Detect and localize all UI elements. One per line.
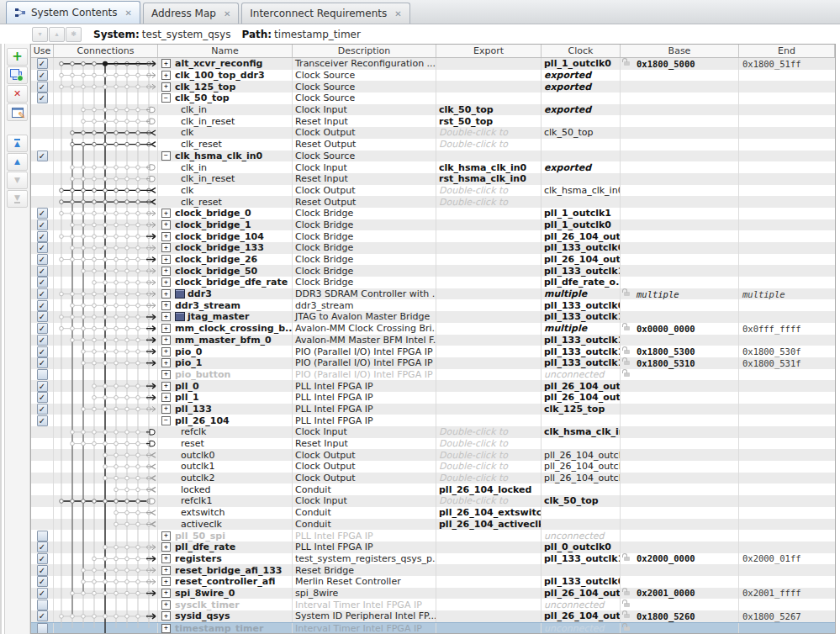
clock-cell[interactable] xyxy=(542,92,621,104)
use-checkbox[interactable]: ✓ xyxy=(37,82,48,92)
base-cell[interactable]: 0x0000_0000 xyxy=(621,323,739,335)
use-checkbox[interactable]: ✓ xyxy=(37,542,48,552)
clock-cell[interactable]: unconnected xyxy=(542,623,621,634)
expand-icon[interactable]: + xyxy=(161,370,171,379)
base-cell[interactable]: 0x1800_5000 xyxy=(621,58,739,70)
expand-icon[interactable]: + xyxy=(161,589,171,598)
use-checkbox[interactable]: ✓ xyxy=(37,288,48,299)
export-cell[interactable] xyxy=(436,357,542,369)
clock-cell[interactable]: pll_133_outclk1 xyxy=(542,311,621,323)
export-cell[interactable] xyxy=(436,323,542,335)
tab-close-icon[interactable]: ✕ xyxy=(224,9,230,18)
column-header-end[interactable]: End xyxy=(739,45,835,57)
base-cell[interactable] xyxy=(621,564,739,576)
use-checkbox[interactable]: ✓ xyxy=(37,254,48,265)
base-cell[interactable] xyxy=(621,219,739,231)
table-row[interactable]: ✓+reset_controller_afiMerlin Reset Contr… xyxy=(31,576,835,588)
expand-icon[interactable]: + xyxy=(161,624,171,633)
expand-icon[interactable]: + xyxy=(161,577,171,586)
base-cell[interactable]: 0x1800_5300 xyxy=(621,346,739,357)
tab-close-icon[interactable]: ✕ xyxy=(394,9,401,18)
use-checkbox[interactable]: ✓ xyxy=(37,242,48,253)
expand-icon[interactable]: + xyxy=(161,358,171,367)
expand-icon[interactable]: + xyxy=(161,393,171,402)
export-cell[interactable]: rst_50_top xyxy=(436,115,542,127)
table-row[interactable]: clkClock OutputDouble-click toclk_hsma_c… xyxy=(31,185,835,197)
table-row[interactable]: clk_resetReset OutputDouble-click to xyxy=(31,196,835,208)
tab-close-icon[interactable]: ✕ xyxy=(125,8,132,18)
column-header-name[interactable]: Name xyxy=(158,45,293,57)
use-checkbox[interactable]: ✓ xyxy=(37,231,48,242)
export-cell[interactable]: pll_26_104_activeclk xyxy=(436,519,542,531)
move-up-button[interactable]: ▲ xyxy=(7,153,28,171)
use-checkbox[interactable]: ✓ xyxy=(37,565,48,576)
table-row[interactable]: +sysclk_timerInterval Timer Intel FPGA I… xyxy=(31,599,835,610)
use-checkbox[interactable]: ✓ xyxy=(37,415,48,426)
table-row[interactable]: +pio_buttonPIO (Parallel I/O) Intel FPGA… xyxy=(31,369,835,381)
table-row[interactable]: ✓+clock_bridge_50Clock Bridgepll_133_out… xyxy=(31,265,835,277)
export-cell[interactable]: Double-click to xyxy=(436,438,542,450)
export-cell[interactable] xyxy=(436,392,542,404)
lock-icon[interactable] xyxy=(624,626,630,631)
remove-button[interactable]: ✕ xyxy=(7,85,28,103)
export-cell[interactable] xyxy=(436,277,542,288)
table-row[interactable]: ✓+clock_bridge_1Clock Bridgepll_1_outclk… xyxy=(31,219,835,231)
add-component-button[interactable]: + xyxy=(7,48,28,66)
table-row[interactable]: ✓−pll_26_104PLL Intel FPGA IP xyxy=(31,415,835,426)
table-row[interactable]: ✓+mm_master_bfm_0Avalon-MM Master BFM In… xyxy=(31,335,835,346)
use-checkbox[interactable]: ✓ xyxy=(37,392,48,403)
export-cell[interactable]: pll_26_104_locked xyxy=(436,483,542,495)
export-cell[interactable] xyxy=(436,242,542,254)
export-cell[interactable] xyxy=(436,380,542,392)
use-checkbox[interactable]: ✓ xyxy=(37,300,48,311)
base-cell[interactable] xyxy=(621,623,739,634)
lock-icon[interactable] xyxy=(624,326,630,330)
table-row[interactable]: clk_in_resetReset Inputrst_50_top xyxy=(31,115,835,127)
table-row[interactable]: outclk2Clock OutputDouble-click topll_26… xyxy=(31,473,835,484)
clock-cell[interactable] xyxy=(542,115,621,127)
lock-icon[interactable] xyxy=(624,350,630,354)
expand-icon[interactable]: + xyxy=(161,301,171,310)
export-cell[interactable]: Double-click to xyxy=(436,185,542,197)
clock-cell[interactable]: clk_hsma_clk_in0 xyxy=(542,426,621,438)
table-row[interactable]: ✓+pll_133PLL Intel FPGA IPclk_125_top xyxy=(31,404,835,415)
expand-icon[interactable]: + xyxy=(161,554,171,563)
base-cell[interactable] xyxy=(621,576,739,588)
table-row[interactable]: ✓+pll_1PLL Intel FPGA IPpll_26_104_out..… xyxy=(31,392,835,404)
export-cell[interactable]: Double-click to xyxy=(436,495,542,507)
export-cell[interactable] xyxy=(436,599,542,610)
expand-icon[interactable]: + xyxy=(161,255,171,264)
table-row[interactable]: ✓+pll_0PLL Intel FPGA IPpll_26_104_out..… xyxy=(31,380,835,392)
base-cell[interactable] xyxy=(621,151,739,162)
table-row[interactable]: ✓+clk_100_top_ddr3Clock Sourceexported xyxy=(31,70,835,82)
expand-icon[interactable]: + xyxy=(161,611,171,621)
export-cell[interactable]: rst_hsma_clk_in0 xyxy=(436,173,542,185)
use-checkbox[interactable]: ✓ xyxy=(37,277,48,288)
base-cell[interactable] xyxy=(621,139,739,151)
clock-cell[interactable]: pll_26_104_outcl... xyxy=(542,461,621,473)
column-header-description[interactable]: Description xyxy=(293,45,436,57)
use-checkbox[interactable]: ✓ xyxy=(37,610,48,621)
base-cell[interactable] xyxy=(621,473,739,484)
base-cell[interactable] xyxy=(621,277,739,288)
table-row[interactable]: ✓+spi_8wire_0spi_8wirepll_26_104_out...0… xyxy=(31,588,835,600)
clock-cell[interactable]: pll_0_outclk0 xyxy=(542,542,621,553)
table-row[interactable]: ✓+mm_clock_crossing_b...Avalon-MM Clock … xyxy=(31,323,835,335)
clock-cell[interactable] xyxy=(542,173,621,185)
table-row[interactable]: ✓+pio_0PIO (Parallel I/O) Intel FPGA IPp… xyxy=(31,346,835,357)
export-cell[interactable]: Double-click to xyxy=(436,196,542,208)
base-cell[interactable] xyxy=(621,519,739,531)
table-row[interactable]: outclk1Clock OutputDouble-click topll_26… xyxy=(31,461,835,473)
base-cell[interactable]: 0x2000_0000 xyxy=(621,553,739,565)
clock-cell[interactable]: pll_133_outclk1 xyxy=(542,553,621,565)
export-cell[interactable]: Double-click to xyxy=(436,426,542,438)
table-row[interactable]: clk_in_resetReset Inputrst_hsma_clk_in0 xyxy=(31,173,835,185)
lock-icon[interactable] xyxy=(624,591,630,595)
base-cell[interactable] xyxy=(621,70,739,82)
base-cell[interactable] xyxy=(621,335,739,346)
base-cell[interactable] xyxy=(621,265,739,277)
column-header-base[interactable]: Base xyxy=(621,45,739,57)
column-header-use[interactable]: Use xyxy=(31,45,54,57)
expand-icon[interactable]: + xyxy=(161,267,171,276)
table-row[interactable]: ✓+clock_bridge_104Clock Bridgepll_26_104… xyxy=(31,230,835,242)
